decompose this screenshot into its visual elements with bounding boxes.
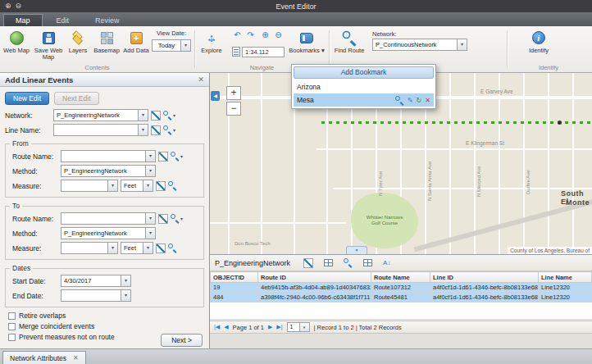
cell-objectid: 19 bbox=[211, 283, 258, 293]
prevent-measures-checkbox[interactable] bbox=[8, 334, 16, 341]
caret-down-icon[interactable]: ▾ bbox=[146, 227, 156, 239]
new-edit-button[interactable]: New Edit bbox=[5, 92, 49, 105]
next-page-icon[interactable]: ▶ bbox=[268, 324, 272, 330]
add-data-button[interactable]: + Add Data bbox=[123, 29, 149, 54]
table-row[interactable]: 484 a398f4fc-2940-4c00-96b6-c63438f1f711… bbox=[211, 293, 592, 303]
view-date-caret-icon[interactable]: ▾ bbox=[181, 39, 191, 52]
search-route-icon[interactable]: ▾ bbox=[171, 214, 183, 223]
basemap-button[interactable]: Basemap bbox=[92, 29, 121, 54]
map-zoom-out-icon[interactable]: ⊖ bbox=[272, 30, 285, 41]
next-extent-icon[interactable]: ↷ bbox=[244, 30, 257, 41]
column-header-line-name[interactable]: Line Name bbox=[539, 272, 592, 283]
pick-measure-on-map-icon[interactable] bbox=[156, 243, 166, 253]
select-line-on-map-icon[interactable] bbox=[151, 125, 161, 135]
caret-down-icon[interactable]: ▾ bbox=[146, 212, 156, 225]
column-header-route-name[interactable]: Route Name bbox=[371, 272, 430, 283]
side-panel-toggle-icon[interactable]: ◀ bbox=[211, 91, 220, 101]
find-route-button[interactable]: Find Route bbox=[333, 29, 366, 54]
zoom-out-button[interactable]: − bbox=[226, 102, 241, 116]
close-tab-icon[interactable]: ✕ bbox=[73, 354, 79, 362]
caret-down-icon[interactable]: ▾ bbox=[108, 242, 118, 254]
caret-down-icon[interactable]: ▾ bbox=[143, 180, 153, 192]
from-unit-select[interactable]: Feet bbox=[121, 180, 143, 192]
caret-down-icon[interactable]: ▾ bbox=[146, 150, 156, 162]
switch-selection-icon[interactable] bbox=[363, 259, 372, 266]
identify-button[interactable]: i Identify bbox=[522, 29, 555, 54]
route-endpoint-marker bbox=[558, 121, 562, 125]
close-panel-icon[interactable]: ✕ bbox=[198, 75, 204, 84]
network-select[interactable]: P_ContinuousNetwork bbox=[372, 39, 458, 51]
edit-bookmark-icon[interactable]: ✎ bbox=[408, 97, 413, 104]
layers-button[interactable]: Layers bbox=[66, 29, 90, 54]
explore-button[interactable]: ↔↕ Explore bbox=[197, 29, 226, 54]
zoom-in-button[interactable]: + bbox=[226, 86, 241, 100]
add-bookmark-button[interactable]: Add Bookmark bbox=[294, 66, 434, 79]
search-measure-icon[interactable] bbox=[168, 243, 177, 253]
select-route-on-map-icon[interactable] bbox=[158, 152, 168, 162]
select-route-on-map-icon[interactable] bbox=[158, 214, 168, 224]
tab-network-attributes[interactable]: Network Attributes ✕ bbox=[2, 351, 86, 364]
page-number-select[interactable]: 1 bbox=[287, 322, 300, 332]
to-measure-input[interactable] bbox=[61, 242, 108, 254]
search-route-icon[interactable]: ▾ bbox=[171, 152, 183, 161]
network-caret-icon[interactable]: ▾ bbox=[458, 39, 467, 51]
zoom-to-selection-icon[interactable] bbox=[344, 258, 353, 267]
start-date-input[interactable]: 4/30/2017 bbox=[61, 275, 121, 287]
line-name-select[interactable] bbox=[53, 124, 139, 136]
bookmarks-button[interactable]: Bookmarks ▾ bbox=[287, 29, 326, 54]
column-header-line-id[interactable]: Line ID bbox=[430, 272, 539, 283]
zoom-in-icon[interactable]: ⊕ bbox=[5, 0, 11, 12]
caret-down-icon[interactable]: ▾ bbox=[300, 322, 310, 332]
view-date-select[interactable]: Today bbox=[152, 39, 181, 52]
delete-bookmark-icon[interactable]: ✕ bbox=[425, 97, 430, 104]
previous-page-icon[interactable]: ◀ bbox=[224, 324, 228, 330]
tab-edit[interactable]: Edit bbox=[44, 14, 82, 26]
from-route-name-select[interactable] bbox=[61, 150, 146, 162]
tab-map[interactable]: Map bbox=[3, 14, 43, 26]
zoom-to-bookmark-icon[interactable] bbox=[395, 96, 404, 105]
to-route-name-select[interactable] bbox=[61, 212, 146, 225]
map-scale-input[interactable]: 1:34.112 bbox=[242, 47, 285, 57]
scale-list-icon[interactable] bbox=[232, 47, 240, 57]
next-step-button[interactable]: Next > bbox=[161, 334, 203, 347]
table-options-icon[interactable] bbox=[324, 259, 333, 266]
from-method-select[interactable]: P_EngineeringNetwork bbox=[61, 165, 146, 177]
zoom-out-icon[interactable]: ⊖ bbox=[16, 0, 22, 12]
save-web-map-button[interactable]: Save Web Map bbox=[33, 29, 64, 61]
first-page-icon[interactable]: |◀ bbox=[214, 324, 220, 330]
refresh-bookmark-icon[interactable]: ↻ bbox=[417, 97, 422, 104]
from-measure-input[interactable] bbox=[61, 180, 108, 192]
search-measure-icon[interactable] bbox=[168, 181, 177, 190]
last-page-icon[interactable]: ▶| bbox=[276, 324, 282, 330]
caret-down-icon[interactable]: ▾ bbox=[143, 242, 153, 254]
map-zoom-in-icon[interactable]: ⊕ bbox=[259, 30, 271, 41]
bookmark-item-arizona[interactable]: Arizona bbox=[294, 80, 434, 93]
search-network-icon[interactable]: ▾ bbox=[163, 111, 175, 120]
bookmark-item-mesa[interactable]: Mesa ✎ ↻ ✕ bbox=[294, 93, 434, 107]
network-field-select[interactable]: P_EngineeringNetwork bbox=[53, 109, 139, 121]
to-method-select[interactable]: P_EngineeringNetwork bbox=[61, 227, 146, 239]
search-line-icon[interactable]: ▾ bbox=[163, 125, 175, 134]
next-edit-button[interactable]: Next Edit bbox=[54, 92, 99, 105]
retire-overlaps-checkbox[interactable] bbox=[8, 312, 16, 320]
table-row[interactable]: 19 4eb9415b-af3b-4d04-ab89-1d403476832b … bbox=[211, 283, 592, 293]
caret-down-icon[interactable]: ▾ bbox=[108, 180, 118, 192]
end-date-input[interactable] bbox=[61, 289, 121, 302]
select-features-icon[interactable] bbox=[303, 258, 313, 268]
caret-down-icon[interactable]: ▾ bbox=[146, 165, 156, 177]
previous-extent-icon[interactable]: ↶ bbox=[231, 30, 244, 41]
attribute-panel-toggle-icon[interactable]: ▼ bbox=[346, 246, 367, 254]
caret-down-icon[interactable]: ▾ bbox=[121, 275, 131, 287]
caret-down-icon[interactable]: ▾ bbox=[139, 109, 148, 121]
column-header-route-id[interactable]: Route ID bbox=[258, 272, 371, 283]
sort-icon[interactable]: A↓ bbox=[383, 259, 390, 266]
tab-review[interactable]: Review bbox=[83, 14, 132, 26]
pick-measure-on-map-icon[interactable] bbox=[156, 181, 166, 191]
merge-coincident-checkbox[interactable] bbox=[8, 323, 16, 330]
select-route-on-map-icon[interactable] bbox=[151, 111, 161, 121]
web-map-button[interactable]: Web Map bbox=[2, 29, 31, 54]
column-header-objectid[interactable]: OBJECTID bbox=[211, 272, 258, 283]
caret-down-icon[interactable]: ▾ bbox=[139, 124, 148, 136]
caret-down-icon[interactable]: ▾ bbox=[121, 289, 131, 302]
to-unit-select[interactable]: Feet bbox=[121, 242, 143, 254]
